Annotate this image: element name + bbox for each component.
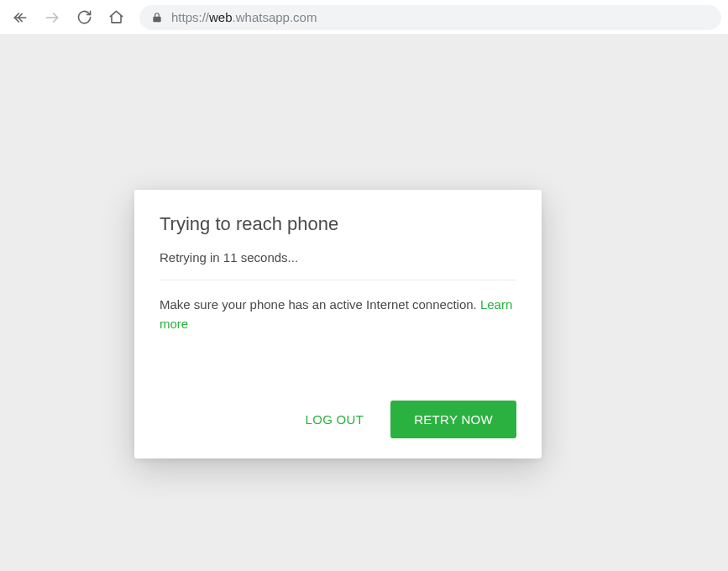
page-content: Trying to reach phone Retrying in 11 sec… bbox=[0, 35, 728, 571]
logout-button[interactable]: LOG OUT bbox=[302, 402, 368, 437]
url-path: .whatsapp.com bbox=[233, 10, 317, 24]
dialog-title: Trying to reach phone bbox=[160, 213, 516, 235]
browser-toolbar: https://web.whatsapp.com bbox=[0, 0, 728, 35]
home-icon[interactable] bbox=[102, 4, 129, 31]
reload-icon[interactable] bbox=[71, 4, 97, 31]
address-bar[interactable]: https://web.whatsapp.com bbox=[139, 5, 721, 30]
url-host: web bbox=[209, 10, 233, 24]
connection-dialog: Trying to reach phone Retrying in 11 sec… bbox=[134, 190, 542, 458]
dialog-body-text: Make sure your phone has an active Inter… bbox=[160, 297, 480, 312]
nav-back-icon[interactable] bbox=[7, 4, 34, 31]
nav-forward-icon[interactable] bbox=[39, 4, 65, 31]
lock-icon bbox=[151, 12, 163, 24]
retry-now-button[interactable]: RETRY NOW bbox=[390, 401, 516, 438]
url-protocol: https:// bbox=[171, 10, 209, 24]
dialog-actions: LOG OUT RETRY NOW bbox=[160, 401, 516, 438]
dialog-subtitle: Retrying in 11 seconds... bbox=[160, 250, 516, 280]
url-text: https://web.whatsapp.com bbox=[171, 10, 317, 24]
dialog-body: Make sure your phone has an active Inter… bbox=[160, 296, 516, 333]
